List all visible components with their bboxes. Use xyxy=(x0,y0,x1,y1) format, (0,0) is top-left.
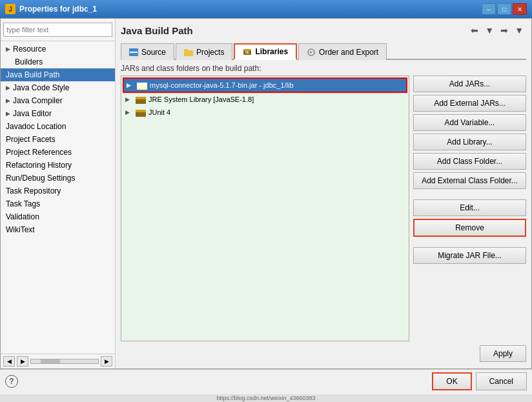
ok-button[interactable]: OK xyxy=(432,372,471,390)
sidebar-item-label: Project Facets xyxy=(6,135,56,144)
sidebar-item-java-editor[interactable]: ▶ Java Editor xyxy=(1,107,115,120)
expand-arrow-icon: ▶ xyxy=(6,46,10,52)
sidebar-filter-input[interactable] xyxy=(3,23,112,37)
add-external-class-folder-button[interactable]: Add External Class Folder... xyxy=(413,172,526,189)
apply-row: Apply xyxy=(121,341,526,363)
cancel-button[interactable]: Cancel xyxy=(476,372,527,390)
sidebar-item-label: Project References xyxy=(6,148,72,157)
sidebar-item-wikitext[interactable]: WikiText xyxy=(1,223,115,236)
dialog-container: ▶ Resource Builders Java Build Path ▶ Ja… xyxy=(0,18,532,369)
tree-item-jre-library[interactable]: ▶ JRE System Library [JavaSE-1.8] xyxy=(123,93,407,106)
libraries-tab-icon: lib xyxy=(243,47,252,56)
add-variable-button[interactable]: Add Variable... xyxy=(413,114,526,131)
expand-icon[interactable]: ▶ xyxy=(127,82,134,88)
tab-order-export[interactable]: Order and Export xyxy=(298,43,387,60)
sidebar-item-task-repository[interactable]: Task Repository xyxy=(1,185,115,197)
jar-file-icon xyxy=(136,95,146,104)
tab-libraries[interactable]: lib Libraries xyxy=(234,43,297,60)
libraries-tree-panel[interactable]: ▶ mysql-connector-java-5.1.7-bin.jar - j… xyxy=(121,75,409,341)
sidebar-item-project-references[interactable]: Project References xyxy=(1,146,115,159)
tab-order-export-label: Order and Export xyxy=(319,48,378,57)
tree-item-label: JRE System Library [JavaSE-1.8] xyxy=(148,95,254,103)
content-area: Java Build Path ⬅ ▼ ➡ ▼ Source xyxy=(116,19,531,368)
maximize-button[interactable]: □ xyxy=(497,3,511,15)
action-buttons-panel: Add JARs... Add External JARs... Add Var… xyxy=(413,75,526,341)
tree-item-label: mysql-connector-java-5.1.7-bin.jar - jdb… xyxy=(150,81,294,89)
expand-icon[interactable]: ▶ xyxy=(125,96,133,103)
tab-projects-label: Projects xyxy=(196,48,224,57)
footer-buttons: OK Cancel xyxy=(432,372,527,390)
apply-button[interactable]: Apply xyxy=(480,345,526,362)
close-button[interactable]: ✕ xyxy=(513,3,527,15)
dialog-footer: ? OK Cancel xyxy=(0,369,532,394)
sidebar-item-label: Builders xyxy=(15,57,43,66)
nav-arrows: ⬅ ▼ ➡ ▼ xyxy=(468,24,526,37)
tabs-container: Source Projects lib xyxy=(121,42,526,60)
sidebar-item-refactoring-history[interactable]: Refactoring History xyxy=(1,159,115,172)
tab-libraries-label: Libraries xyxy=(255,47,288,56)
page-title: Java Build Path xyxy=(121,25,193,36)
sidebar-item-label: Refactoring History xyxy=(6,161,72,170)
nav-forward-dropdown-button[interactable]: ▼ xyxy=(512,24,526,37)
app-icon: J xyxy=(5,4,15,14)
sidebar-item-run-debug-settings[interactable]: Run/Debug Settings xyxy=(1,172,115,185)
nav-dropdown-button[interactable]: ▼ xyxy=(482,24,496,37)
sidebar-item-label: Java Build Path xyxy=(6,70,59,79)
sidebar-item-label: Java Code Style xyxy=(13,83,69,92)
svg-rect-11 xyxy=(136,97,146,99)
order-export-tab-icon xyxy=(307,48,316,57)
sidebar-item-validation[interactable]: Validation xyxy=(1,210,115,223)
jar-file-icon xyxy=(136,108,146,117)
jar-file-icon xyxy=(137,81,147,90)
sidebar-forward-button[interactable]: ▶ xyxy=(17,356,28,367)
add-library-button[interactable]: Add Library... xyxy=(413,134,526,150)
add-class-folder-button[interactable]: Add Class Folder... xyxy=(413,153,526,170)
nav-back-button[interactable]: ⬅ xyxy=(468,24,481,37)
minimize-button[interactable]: – xyxy=(482,3,496,15)
tree-item-junit4[interactable]: ▶ JUnit 4 xyxy=(123,106,407,119)
sidebar-search-area xyxy=(1,19,115,41)
sidebar-scrollbar-thumb xyxy=(41,359,60,363)
tree-item-mysql-connector[interactable]: ▶ mysql-connector-java-5.1.7-bin.jar - j… xyxy=(123,77,407,93)
sidebar-item-javadoc-location[interactable]: Javadoc Location xyxy=(1,120,115,133)
title-bar: J Properties for jdbc_1 – □ ✕ xyxy=(0,0,532,18)
add-external-jars-button[interactable]: Add External JARs... xyxy=(413,95,526,112)
window-title: Properties for jdbc_1 xyxy=(19,5,97,14)
sidebar-bottom-nav: ◀ ▶ ▶ xyxy=(1,354,115,368)
sidebar-item-java-compiler[interactable]: ▶ Java Compiler xyxy=(1,94,115,107)
add-jars-button[interactable]: Add JARs... xyxy=(413,75,526,92)
expand-icon[interactable]: ▶ xyxy=(125,109,133,116)
tab-source[interactable]: Source xyxy=(121,43,174,60)
sidebar-item-label: Validation xyxy=(6,212,39,221)
source-tab-icon xyxy=(129,48,138,57)
tab-projects[interactable]: Projects xyxy=(176,43,232,60)
svg-rect-13 xyxy=(136,110,146,112)
sidebar-scrollbar[interactable] xyxy=(30,359,99,364)
sidebar-item-label: WikiText xyxy=(6,225,35,234)
sidebar-item-builders[interactable]: Builders xyxy=(1,55,115,68)
help-button[interactable]: ? xyxy=(5,375,18,388)
sidebar-back-button[interactable]: ◀ xyxy=(3,356,15,367)
sidebar-item-label: Java Editor xyxy=(13,109,52,118)
expand-arrow-icon: ▶ xyxy=(6,85,10,91)
svg-text:lib: lib xyxy=(245,50,249,54)
sidebar: ▶ Resource Builders Java Build Path ▶ Ja… xyxy=(1,19,116,368)
projects-tab-icon xyxy=(184,48,193,57)
sidebar-scroll-right-button[interactable]: ▶ xyxy=(101,356,112,367)
sidebar-item-java-build-path[interactable]: Java Build Path xyxy=(1,68,115,81)
build-path-description: JARs and class folders on the build path… xyxy=(121,64,526,73)
window-controls: – □ ✕ xyxy=(482,3,527,15)
migrate-jar-button[interactable]: Migrate JAR File... xyxy=(413,247,526,264)
nav-forward-button[interactable]: ➡ xyxy=(498,24,511,37)
sidebar-item-task-tags[interactable]: Task Tags xyxy=(1,197,115,210)
edit-button[interactable]: Edit... xyxy=(413,199,526,216)
sidebar-item-java-code-style[interactable]: ▶ Java Code Style xyxy=(1,81,115,94)
remove-button[interactable]: Remove xyxy=(413,219,526,237)
sidebar-item-label: Task Tags xyxy=(6,199,40,208)
sidebar-item-resource[interactable]: ▶ Resource xyxy=(1,43,115,55)
watermark-text: https://blog.csdn.net/weixin_43660383 xyxy=(0,394,532,402)
sidebar-item-label: Resource xyxy=(13,45,46,54)
sidebar-items-list: ▶ Resource Builders Java Build Path ▶ Ja… xyxy=(1,41,115,354)
button-spacer xyxy=(413,192,526,197)
sidebar-item-project-facets[interactable]: Project Facets xyxy=(1,133,115,146)
